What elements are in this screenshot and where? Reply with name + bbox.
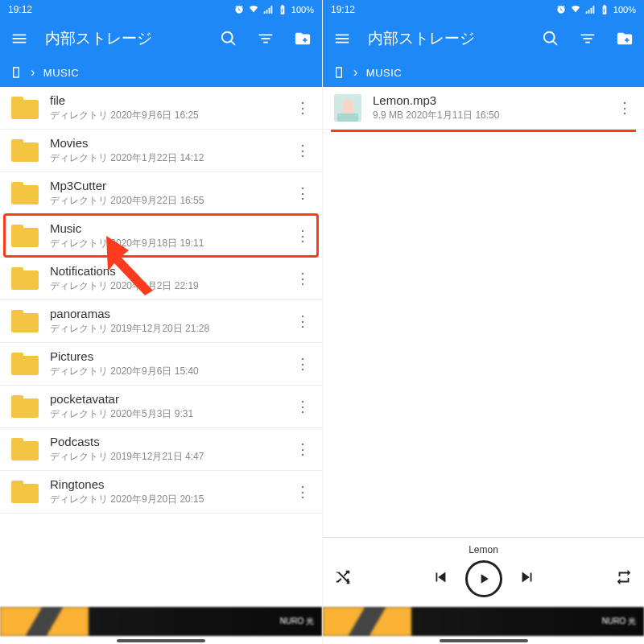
left-pane: 19:12 100% 内部ストレージ › MUSIC file ディ [0, 0, 322, 644]
folder-meta: ディレクトリ 2020年9月22日 16:55 [50, 194, 283, 208]
breadcrumb-path: MUSIC [366, 67, 402, 79]
folder-icon [11, 139, 39, 162]
play-button[interactable] [465, 560, 502, 597]
breadcrumb[interactable]: › MUSIC [323, 58, 644, 87]
folder-name: Movies [50, 136, 283, 150]
ad-banner[interactable]: NURO 光 [323, 607, 644, 636]
sort-icon [579, 30, 597, 47]
shuffle-button[interactable] [334, 568, 352, 589]
folder-meta: ディレクトリ 2020年1月22日 14:12 [50, 151, 283, 165]
list-item[interactable]: Music ディレクトリ 2020年9月18日 19:11 ⋮ [0, 215, 322, 258]
status-icons: 100% [233, 4, 314, 15]
overflow-button[interactable]: ⋮ [295, 483, 311, 501]
status-time: 19:12 [331, 4, 355, 15]
folder-icon [11, 353, 39, 375]
search-icon [220, 30, 237, 47]
overflow-button[interactable]: ⋮ [295, 99, 311, 117]
next-button[interactable] [518, 568, 536, 589]
list-item[interactable]: pocketavatar ディレクトリ 2020年5月3日 9:31 ⋮ [0, 386, 322, 428]
battery-icon [277, 4, 288, 15]
signal-icon [584, 4, 596, 15]
list-item[interactable]: Lemon.mp3 9.9 MB 2020年1月11日 16:50 ⋮ [323, 87, 644, 130]
folder-name: Notifications [50, 264, 283, 278]
menu-button[interactable] [8, 27, 31, 50]
app-bar: 内部ストレージ [323, 19, 644, 58]
breadcrumb-path: MUSIC [43, 67, 79, 79]
chevron-right-icon: › [31, 65, 35, 80]
overflow-button[interactable]: ⋮ [295, 184, 311, 202]
prev-button[interactable] [431, 568, 449, 589]
breadcrumb[interactable]: › MUSIC [0, 58, 322, 87]
ad-banner[interactable]: NURO 光 [0, 607, 322, 636]
menu-button[interactable] [331, 27, 353, 50]
list-item[interactable]: panoramas ディレクトリ 2019年12月20日 21:28 ⋮ [0, 300, 322, 343]
chevron-right-icon: › [353, 65, 358, 80]
battery-pct: 100% [613, 5, 636, 14]
overflow-button[interactable]: ⋮ [295, 355, 311, 373]
folder-list[interactable]: file ディレクトリ 2020年9月6日 16:25 ⋮ Movies ディレ… [0, 87, 322, 644]
folder-icon [11, 97, 39, 119]
folder-meta: ディレクトリ 2020年9月20日 20:15 [50, 493, 283, 506]
folder-icon [11, 395, 39, 418]
folder-meta: ディレクトリ 2019年12月21日 4:47 [50, 450, 283, 464]
play-icon [476, 571, 492, 587]
folder-meta: ディレクトリ 2020年9月2日 22:19 [50, 279, 283, 293]
overflow-button[interactable]: ⋮ [295, 312, 311, 330]
folder-icon [11, 267, 39, 290]
list-item[interactable]: Ringtones ディレクトリ 2020年9月20日 20:15 ⋮ [0, 471, 322, 514]
status-icons: 100% [555, 4, 636, 15]
alarm-icon [555, 4, 567, 15]
status-bar: 19:12 100% [323, 0, 644, 19]
highlight-underline [331, 130, 636, 132]
hamburger-icon [10, 30, 28, 47]
search-button[interactable] [539, 27, 562, 50]
nav-pill[interactable] [440, 639, 528, 642]
repeat-icon [615, 568, 633, 586]
list-item[interactable]: Mp3Cutter ディレクトリ 2020年9月22日 16:55 ⋮ [0, 172, 322, 215]
device-icon [332, 64, 345, 80]
file-meta: 9.9 MB 2020年1月11日 16:50 [373, 109, 605, 122]
folder-icon [11, 182, 39, 204]
app-title: 内部ストレージ [368, 28, 525, 49]
new-folder-icon [616, 30, 634, 47]
skip-prev-icon [431, 568, 449, 586]
overflow-button[interactable]: ⋮ [617, 99, 633, 117]
folder-icon [11, 310, 39, 332]
folder-name: Podcasts [50, 435, 283, 448]
device-icon [10, 64, 23, 80]
list-item[interactable]: Podcasts ディレクトリ 2019年12月21日 4:47 ⋮ [0, 428, 322, 471]
folder-icon [11, 438, 39, 460]
new-folder-button[interactable] [291, 27, 314, 50]
sort-button[interactable] [576, 27, 599, 50]
folder-icon [11, 225, 39, 247]
list-item[interactable]: Pictures ディレクトリ 2020年9月6日 15:40 ⋮ [0, 343, 322, 386]
folder-meta: ディレクトリ 2020年5月3日 9:31 [50, 407, 283, 421]
wifi-icon [248, 4, 259, 15]
right-pane: 19:12 100% 内部ストレージ › MUSIC [322, 0, 644, 644]
folder-name: Pictures [50, 349, 283, 363]
status-bar: 19:12 100% [0, 0, 322, 19]
folder-meta: ディレクトリ 2020年9月6日 15:40 [50, 365, 283, 378]
mini-player: Lemon [323, 537, 644, 607]
list-item[interactable]: Movies ディレクトリ 2020年1月22日 14:12 ⋮ [0, 130, 322, 172]
overflow-button[interactable]: ⋮ [295, 227, 311, 245]
overflow-button[interactable]: ⋮ [295, 440, 311, 458]
album-art-icon [334, 94, 361, 122]
signal-icon [262, 4, 274, 15]
folder-name: Music [50, 221, 283, 235]
nav-pill[interactable] [117, 639, 205, 642]
overflow-button[interactable]: ⋮ [295, 270, 311, 287]
repeat-button[interactable] [615, 568, 633, 589]
status-time: 19:12 [8, 4, 32, 15]
new-folder-button[interactable] [613, 27, 636, 50]
hamburger-icon [333, 30, 351, 47]
list-item[interactable]: Notifications ディレクトリ 2020年9月2日 22:19 ⋮ [0, 258, 322, 300]
overflow-button[interactable]: ⋮ [295, 398, 311, 415]
folder-name: pocketavatar [50, 392, 283, 406]
folder-meta: ディレクトリ 2019年12月20日 21:28 [50, 322, 283, 336]
search-button[interactable] [217, 27, 240, 50]
overflow-button[interactable]: ⋮ [295, 142, 311, 159]
list-item[interactable]: file ディレクトリ 2020年9月6日 16:25 ⋮ [0, 87, 322, 130]
sort-button[interactable] [254, 27, 277, 50]
file-name: Lemon.mp3 [373, 93, 605, 107]
